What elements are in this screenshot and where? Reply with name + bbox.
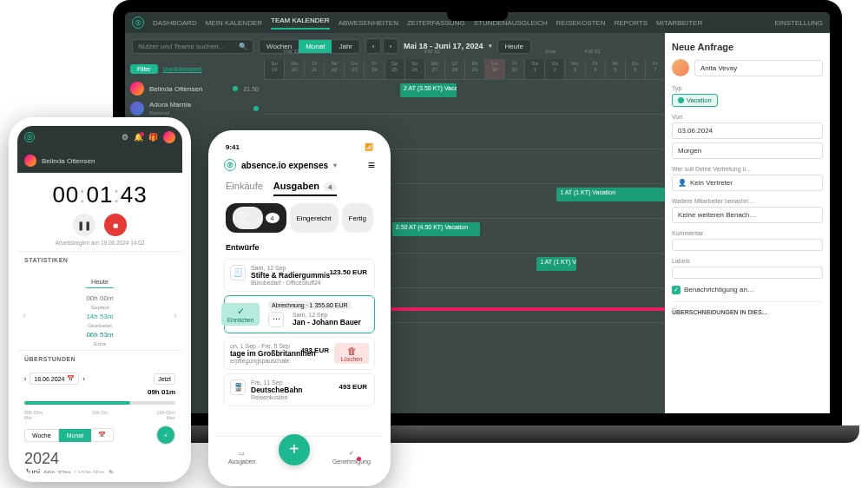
field-label: Von — [672, 114, 823, 120]
submit-action[interactable]: ✓Einreichen — [221, 303, 260, 326]
chevron-down-icon[interactable]: ▾ — [333, 162, 337, 169]
date-range: Mai 18 - Juni 17, 2024 — [404, 42, 483, 50]
tab-purchases[interactable]: Einkäufe — [226, 181, 263, 196]
add-fab[interactable]: + — [279, 434, 310, 465]
type-chip[interactable]: Vacation — [672, 94, 718, 107]
seg-submitted[interactable]: Eingereicht — [290, 203, 339, 233]
check-icon: ✓ — [237, 306, 245, 317]
bottom-nav: ▭Ausgaben + ✓Genehmigung — [217, 436, 382, 478]
view-year[interactable]: Jahr — [332, 40, 359, 53]
nav-expenses[interactable]: ▭Ausgaben — [228, 450, 256, 465]
seg-week[interactable]: Woche — [24, 429, 59, 442]
stat-value: 14h 53m — [24, 313, 175, 320]
logo-icon[interactable]: ⦿ — [224, 159, 236, 171]
next-date-icon[interactable]: › — [82, 376, 84, 382]
from-time-select[interactable]: Morgen — [672, 142, 823, 159]
month-summary[interactable]: Juni 66h 32m / 160h 00m ✎ — [17, 468, 182, 478]
mobile-nav: ⦿ ⚙ 🔔 🎁 — [17, 126, 182, 148]
nav-settings[interactable]: EINSTELLUNG — [774, 19, 823, 27]
balance: 21.50 — [243, 86, 259, 92]
menu-icon[interactable]: ≡ — [368, 158, 375, 172]
nav-my-calendar[interactable]: MEIN KALENDER — [206, 19, 262, 27]
logo-icon[interactable]: ⦿ — [24, 132, 35, 142]
seg-month[interactable]: Monat — [59, 429, 91, 442]
notch — [447, 12, 508, 21]
next-icon[interactable]: › — [383, 38, 398, 54]
pause-button[interactable]: ❚❚ — [73, 214, 95, 236]
filter-button[interactable]: Filter — [130, 64, 158, 74]
delete-action[interactable]: 🗑Löschen — [334, 343, 369, 364]
prev-icon[interactable]: ‹ — [23, 309, 26, 321]
phone-timer: ⦿ ⚙ 🔔 🎁 Belinda Ottensen 00:01:43 ❚❚ ■ A… — [9, 117, 191, 482]
week-label: KW 21 — [284, 49, 299, 54]
status-bar: 9:41📶 — [217, 139, 382, 155]
nav-employees[interactable]: MITARBEITER — [656, 19, 702, 27]
nav-dashboard[interactable]: DASHBOARD — [153, 19, 197, 27]
tab-expenses[interactable]: Ausgaben 4 — [273, 181, 337, 196]
gear-icon[interactable]: ⚙ — [122, 133, 128, 142]
representative-select[interactable]: 👤Kein Vertreter — [672, 175, 823, 191]
person-subtitle: Backend — [149, 110, 169, 115]
check-icon: ✓ — [672, 286, 681, 294]
today-button[interactable]: Heute — [497, 39, 531, 54]
date-picker[interactable]: 18.06.2024📅 — [30, 373, 79, 385]
vacation-event[interactable]: 1 AT (1 KT) Vacation — [556, 188, 665, 201]
expense-card[interactable]: on, 1 Sep - Fre, 5 Sep tage im Großbrita… — [224, 337, 375, 370]
bell-icon[interactable]: 🔔 — [134, 133, 143, 142]
notify-checkbox-row[interactable]: ✓Benachrichtigung an… — [672, 286, 823, 294]
panel-person[interactable]: Anita Vevay — [672, 59, 823, 76]
view-segmented[interactable]: Wochen Monat Jahr — [259, 39, 360, 54]
stop-button[interactable]: ■ — [104, 214, 127, 236]
expense-folder-card[interactable]: ✓Einreichen Abrechnung · 1 355.80 EUR ⋯ … — [224, 295, 375, 333]
search-input[interactable]: Nutzer und Teams suchen…🔍 — [132, 39, 253, 54]
seg-todo[interactable]: To-do4 — [226, 203, 286, 233]
today-tab[interactable]: Heute — [86, 276, 114, 288]
reset-filter-link[interactable]: [zurücksetzen] — [163, 66, 202, 72]
stat-value: 06h 53m — [24, 331, 175, 339]
prev-date-icon[interactable]: ‹ — [24, 376, 26, 382]
seg-done[interactable]: Fertig — [342, 203, 373, 233]
comment-input[interactable] — [672, 239, 823, 251]
add-button[interactable]: + — [156, 425, 175, 445]
expense-card[interactable]: 🚆 Fre, 11 Sep DeutscheBahn Reisenkosten … — [224, 373, 375, 406]
nav-reports[interactable]: REPORTS — [614, 19, 648, 27]
nav-approval[interactable]: ✓Genehmigung — [332, 450, 371, 465]
person-row[interactable]: Belinda Ottensen 21.50 — [130, 79, 259, 98]
main-tabs: Einkäufe Ausgaben 4 — [217, 175, 382, 198]
user-row[interactable]: Belinda Ottensen — [17, 148, 182, 173]
expense-card[interactable]: 🧾 Sam, 12 Sep Stifte & Radiergummis Büro… — [224, 259, 375, 292]
signal-icon: 📶 — [365, 143, 373, 151]
calendar-icon[interactable]: 📅 — [91, 428, 114, 442]
amount: 493 EUR — [301, 346, 329, 354]
next-icon[interactable]: › — [174, 309, 177, 321]
vacation-event[interactable]: 2.50 AT (4.50 KT) Vacation — [392, 222, 481, 236]
status-dot-icon — [233, 86, 238, 91]
logo-icon[interactable]: ⦿ — [132, 16, 144, 29]
notify-more-input[interactable]: Keine weiteren Benach… — [672, 207, 823, 223]
vacation-event[interactable]: 1 AT (1 KT) Vacation — [536, 257, 576, 271]
receipt-icon: 🧾 — [230, 265, 246, 280]
person-select[interactable]: Anita Vevay — [694, 60, 823, 76]
labels-input[interactable] — [672, 267, 823, 279]
nav-travel[interactable]: REISEKOSTEN — [556, 19, 606, 27]
timer-display: 00:01:43 — [17, 181, 182, 208]
timer-section: 00:01:43 ❚❚ ■ Arbeitsbeginn am 19.06.202… — [17, 173, 182, 251]
avatar[interactable] — [163, 131, 175, 143]
prev-icon[interactable]: ‹ — [365, 38, 381, 54]
nav-team-calendar[interactable]: TEAM KALENDER — [271, 16, 330, 30]
person-row[interactable]: Adora Marnia Backend — [130, 98, 259, 119]
from-date-input[interactable]: 03.06.2024 — [672, 122, 823, 139]
nav-absences[interactable]: ABWESENHEITEN — [339, 19, 398, 27]
field-label: Weitere Mitarbeiter benachri… — [672, 198, 823, 204]
more-icon[interactable]: ⋯ — [268, 312, 284, 327]
chevron-down-icon[interactable]: ▾ — [489, 43, 492, 49]
view-month[interactable]: Monat — [299, 40, 332, 53]
person-name: Adora Marnia — [149, 101, 191, 109]
edit-icon[interactable]: ✎ — [108, 469, 115, 477]
gift-icon[interactable]: 🎁 — [148, 133, 158, 142]
search-icon: 🔍 — [239, 43, 247, 50]
stat-label: Gearbeitet — [24, 323, 175, 328]
now-button[interactable]: Jetzt — [154, 373, 175, 385]
week-label: KW 23 — [585, 49, 601, 54]
vacation-event[interactable]: 2 AT (3.50 KT) Vacation — [400, 83, 457, 97]
